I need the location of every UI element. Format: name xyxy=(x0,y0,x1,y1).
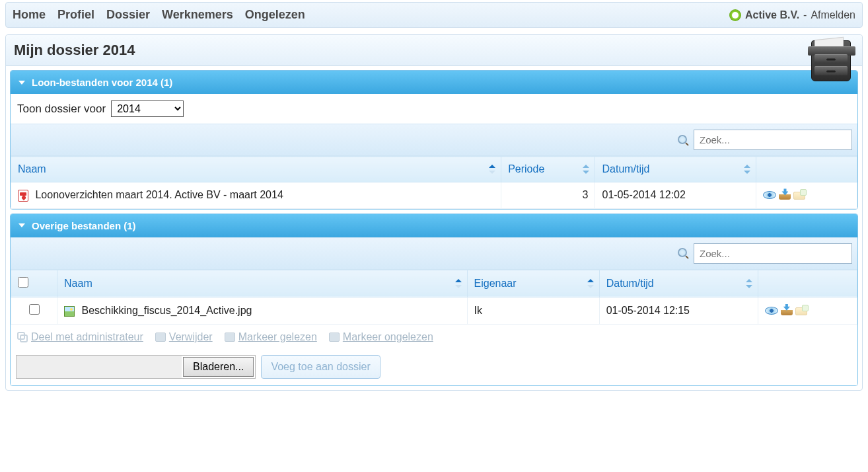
download-icon[interactable] xyxy=(779,190,791,200)
search-input-2[interactable] xyxy=(694,243,852,264)
caret-down-icon xyxy=(18,81,25,85)
caret-down-icon xyxy=(18,223,25,227)
image-icon xyxy=(64,306,75,317)
page-panel: Mijn dossier 2014 Loon-bestanden voor 20… xyxy=(5,34,863,391)
col-header-owner[interactable]: Eigenaar xyxy=(467,270,599,297)
nav-profiel[interactable]: Profiel xyxy=(57,8,94,22)
download-icon[interactable] xyxy=(781,306,793,315)
add-to-dossier-button[interactable]: Voeg toe aan dossier xyxy=(261,355,380,379)
gear-icon xyxy=(729,9,741,21)
mail-read-icon xyxy=(225,333,235,342)
nav-home[interactable]: Home xyxy=(13,8,46,22)
open-folder-icon[interactable] xyxy=(795,306,807,315)
section-loon-bestanden: Loon-bestanden voor 2014 (1) Toon dossie… xyxy=(10,70,858,210)
bulk-action-toolbar: Deel met administrateur Verwijder Markee… xyxy=(11,325,857,350)
filter-bar: Toon dossier voor 2014 xyxy=(11,94,857,124)
cell-name: Beschikking_fiscus_2014_Active.jpg xyxy=(57,297,467,324)
search-bar-1 xyxy=(11,124,857,156)
share-admin-link[interactable]: Deel met administrateur xyxy=(17,331,143,343)
mark-unread-link[interactable]: Markeer ongelezen xyxy=(329,331,433,343)
open-folder-icon[interactable] xyxy=(793,190,805,200)
col-header-actions xyxy=(758,270,857,297)
cell-date: 01-05-2014 12:15 xyxy=(599,297,758,324)
view-icon[interactable] xyxy=(765,307,778,315)
col-header-name[interactable]: Naam xyxy=(57,270,467,297)
logout-link[interactable]: Afmelden xyxy=(811,9,855,21)
nav-werknemers[interactable]: Werknemers xyxy=(162,8,233,22)
search-icon xyxy=(678,248,688,258)
file-cabinet-icon xyxy=(808,40,854,87)
table-row[interactable]: Loonoverzichten maart 2014. Active BV - … xyxy=(11,182,857,209)
pdf-icon xyxy=(18,190,28,202)
cell-owner: Ik xyxy=(467,297,599,324)
nav-ongelezen[interactable]: Ongelezen xyxy=(245,8,305,22)
file-path-track xyxy=(17,356,182,378)
cell-actions xyxy=(758,297,857,324)
search-bar-2 xyxy=(11,237,857,270)
view-icon[interactable] xyxy=(763,191,776,199)
link-icon xyxy=(17,332,28,342)
nav-dossier[interactable]: Dossier xyxy=(106,8,150,22)
col-header-name[interactable]: Naam xyxy=(11,157,501,182)
file-chooser[interactable]: Bladeren... xyxy=(16,355,256,379)
cell-period: 3 xyxy=(501,182,595,209)
mark-read-link[interactable]: Markeer gelezen xyxy=(225,331,317,343)
page-title: Mijn dossier 2014 xyxy=(14,42,854,59)
section-header-overige[interactable]: Overige bestanden (1) xyxy=(11,214,857,237)
delete-link[interactable]: Verwijder xyxy=(155,331,213,343)
search-icon xyxy=(678,135,688,145)
main-menu: Home Profiel Dossier Werknemers Ongeleze… xyxy=(13,8,305,22)
row-checkbox[interactable] xyxy=(29,304,40,315)
col-header-actions xyxy=(756,157,857,182)
year-select[interactable]: 2014 xyxy=(111,100,184,117)
loon-table: Naam Periode Datum/tijd xyxy=(11,156,857,209)
cell-date: 01-05-2014 12:02 xyxy=(595,182,756,209)
col-header-period[interactable]: Periode xyxy=(501,157,595,182)
cell-checkbox xyxy=(11,297,57,324)
col-header-checkbox[interactable] xyxy=(11,270,57,297)
section-header-loon[interactable]: Loon-bestanden voor 2014 (1) xyxy=(11,71,857,94)
trash-icon xyxy=(155,333,166,342)
cell-name: Loonoverzichten maart 2014. Active BV - … xyxy=(11,182,501,209)
select-all-checkbox[interactable] xyxy=(18,277,28,288)
search-input-1[interactable] xyxy=(694,130,852,150)
mail-unread-icon xyxy=(329,333,340,342)
browse-button[interactable]: Bladeren... xyxy=(183,357,254,377)
col-header-date[interactable]: Datum/tijd xyxy=(595,157,756,182)
page-title-bar: Mijn dossier 2014 xyxy=(6,35,862,66)
overige-table: Naam Eigenaar Datum/tijd xyxy=(11,270,857,325)
section-overige-bestanden: Overige bestanden (1) Naam xyxy=(10,214,858,386)
cell-actions xyxy=(756,182,857,209)
section-title: Overige bestanden (1) xyxy=(32,220,136,231)
upload-bar: Bladeren... Voeg toe aan dossier xyxy=(11,350,857,385)
filter-label: Toon dossier voor xyxy=(17,102,106,116)
account-area: Active B.V. - Afmelden xyxy=(729,9,855,21)
col-header-date[interactable]: Datum/tijd xyxy=(599,270,758,297)
section-title: Loon-bestanden voor 2014 (1) xyxy=(32,77,172,88)
top-nav: Home Profiel Dossier Werknemers Ongeleze… xyxy=(5,2,863,28)
table-row[interactable]: Beschikking_fiscus_2014_Active.jpg Ik 01… xyxy=(11,297,857,324)
company-name: Active B.V. xyxy=(745,9,799,21)
